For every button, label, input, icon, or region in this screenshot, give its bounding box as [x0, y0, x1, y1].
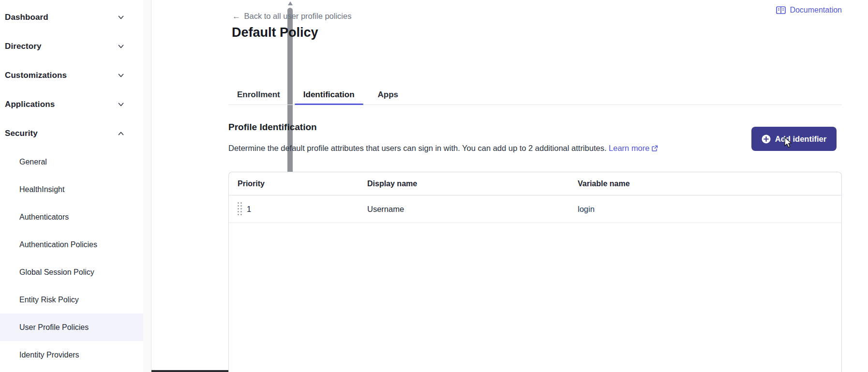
- sidebar-nav: Dashboard Directory Customizations Appli…: [0, 0, 143, 372]
- sidebar-item-global-session-policy[interactable]: Global Session Policy: [0, 258, 143, 286]
- documentation-book-icon: [776, 6, 786, 14]
- priority-value: 1: [247, 205, 251, 214]
- section-description: Determine the default profile attributes…: [228, 144, 741, 153]
- sidebar-item-dashboard[interactable]: Dashboard: [0, 3, 143, 32]
- tab-enrollment[interactable]: Enrollment: [228, 85, 289, 104]
- sidebar-item-label: Customizations: [5, 71, 67, 80]
- policy-tabs: Enrollment Identification Apps: [228, 85, 842, 105]
- plus-circle-icon: [762, 134, 771, 144]
- partial-bottom-element: [151, 370, 228, 372]
- scroll-up-arrow-icon[interactable]: [288, 1, 293, 5]
- learn-more-label: Learn more: [609, 144, 649, 152]
- sidebar-item-directory[interactable]: Directory: [0, 32, 143, 61]
- sidebar-item-label: Identity Providers: [19, 351, 79, 359]
- documentation-link[interactable]: Documentation: [776, 6, 842, 15]
- sidebar-item-identity-providers[interactable]: Identity Providers: [0, 341, 143, 369]
- section-description-text: Determine the default profile attributes…: [228, 144, 607, 152]
- column-header-priority: Priority: [238, 179, 367, 188]
- back-arrow-icon: ←: [232, 12, 240, 21]
- back-link[interactable]: ← Back to all user profile policies: [232, 12, 351, 21]
- table-header-row: Priority Display name Variable name: [229, 172, 841, 195]
- tab-identification[interactable]: Identification: [295, 85, 363, 104]
- chevron-down-icon: [117, 43, 125, 50]
- sidebar-item-label: Global Session Policy: [19, 268, 94, 277]
- sidebar-item-applications[interactable]: Applications: [0, 90, 143, 119]
- chevron-down-icon: [117, 101, 125, 108]
- sidebar-item-security[interactable]: Security: [0, 119, 143, 148]
- sidebar-item-label: HealthInsight: [19, 185, 64, 194]
- priority-cell: 1: [238, 202, 367, 216]
- chevron-up-icon: [117, 130, 125, 137]
- sidebar-scrollbar[interactable]: [143, 0, 151, 372]
- sidebar-item-label: Authenticators: [19, 213, 69, 222]
- sidebar-item-general[interactable]: General: [0, 148, 143, 176]
- sidebar-item-user-profile-policies[interactable]: User Profile Policies: [0, 313, 143, 341]
- sidebar-item-customizations[interactable]: Customizations: [0, 61, 143, 90]
- sidebar-item-label: Security: [5, 129, 38, 138]
- sidebar-item-label: Authentication Policies: [19, 240, 97, 249]
- sidebar-item-label: Dashboard: [5, 13, 48, 22]
- page-title: Default Policy: [232, 25, 318, 40]
- sidebar-item-label: Entity Risk Policy: [19, 296, 79, 304]
- drag-handle-icon[interactable]: [238, 202, 242, 216]
- sidebar-item-entity-risk-policy[interactable]: Entity Risk Policy: [0, 286, 143, 313]
- sidebar-item-authentication-policies[interactable]: Authentication Policies: [0, 231, 143, 258]
- documentation-label: Documentation: [790, 6, 842, 15]
- back-link-label: Back to all user profile policies: [244, 12, 352, 21]
- sidebar-item-label: Directory: [5, 42, 42, 51]
- identifiers-table: Priority Display name Variable name 1 Us…: [228, 172, 842, 372]
- add-identifier-label: Add identifier: [775, 134, 826, 144]
- add-identifier-button[interactable]: Add identifier: [751, 127, 837, 151]
- sidebar-item-label: User Profile Policies: [19, 323, 89, 332]
- variable-name-value: login: [578, 205, 841, 214]
- admin-console-page: Dashboard Directory Customizations Appli…: [0, 0, 868, 372]
- chevron-down-icon: [117, 72, 125, 79]
- display-name-value: Username: [367, 205, 578, 214]
- external-link-icon: [651, 145, 658, 152]
- sidebar-item-label: General: [19, 158, 47, 166]
- learn-more-link[interactable]: Learn more: [609, 144, 658, 152]
- sidebar-item-healthinsight[interactable]: HealthInsight: [0, 176, 143, 203]
- chevron-down-icon: [117, 14, 125, 21]
- table-row: 1 Username login: [229, 195, 841, 223]
- sidebar-item-label: Applications: [5, 100, 55, 109]
- column-header-display-name: Display name: [367, 179, 578, 188]
- column-header-variable-name: Variable name: [578, 179, 841, 188]
- section-heading: Profile Identification: [228, 122, 317, 133]
- sidebar-content-divider: [151, 0, 151, 372]
- tab-apps[interactable]: Apps: [369, 85, 407, 104]
- sidebar-item-authenticators[interactable]: Authenticators: [0, 203, 143, 231]
